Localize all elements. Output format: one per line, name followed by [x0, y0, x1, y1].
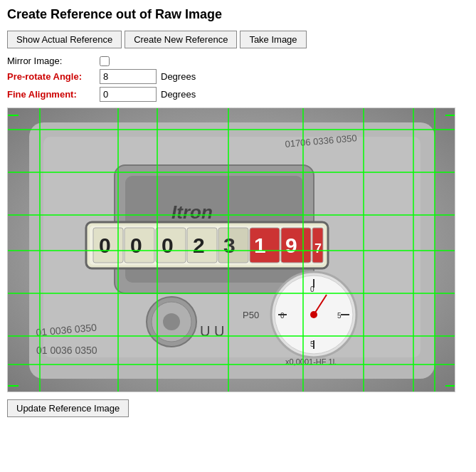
settings-panel: Mirror Image: Pre-rotate Angle: Degrees … — [7, 56, 469, 102]
take-image-button[interactable]: Take Image — [240, 31, 306, 48]
update-reference-button[interactable]: Update Reference Image — [7, 399, 129, 417]
svg-text:7: 7 — [314, 241, 322, 256]
meter-image-svg: Itron 0 0 0 2 3 1 9 7 0 5 5 0 — [8, 108, 455, 392]
create-reference-button[interactable]: Create New Reference — [125, 31, 237, 48]
prerotate-unit: Degrees — [161, 71, 196, 82]
prerotate-input[interactable] — [100, 69, 157, 84]
svg-text:2: 2 — [193, 234, 205, 257]
svg-text:01 0036 0350: 01 0036 0350 — [36, 345, 97, 356]
svg-point-43 — [163, 313, 180, 330]
fine-alignment-unit: Degrees — [161, 89, 196, 100]
fine-alignment-input[interactable] — [100, 87, 157, 102]
svg-text:3: 3 — [223, 234, 236, 257]
svg-text:0: 0 — [162, 234, 174, 257]
meter-image-container: Itron 0 0 0 2 3 1 9 7 0 5 5 0 — [7, 107, 455, 392]
svg-text:0: 0 — [99, 234, 111, 257]
svg-text:Itron: Itron — [171, 201, 213, 223]
svg-text:0: 0 — [310, 285, 314, 293]
svg-text:9: 9 — [285, 234, 297, 257]
prerotate-row: Pre-rotate Angle: Degrees — [7, 69, 469, 84]
svg-text:0: 0 — [130, 234, 142, 257]
svg-text:5: 5 — [337, 312, 342, 320]
svg-text:5: 5 — [310, 340, 314, 348]
bottom-bar: Update Reference Image — [7, 399, 469, 417]
prerotate-label: Pre-rotate Angle: — [7, 71, 100, 82]
page-title: Create Reference out of Raw Image — [7, 7, 469, 22]
show-reference-button[interactable]: Show Actual Reference — [7, 31, 122, 48]
mirror-image-label: Mirror Image: — [7, 56, 100, 66]
mirror-image-checkbox[interactable] — [100, 56, 110, 66]
svg-text:0: 0 — [280, 312, 285, 320]
svg-text:P50: P50 — [243, 310, 259, 320]
fine-alignment-row: Fine Alignment: Degrees — [7, 87, 469, 102]
svg-point-35 — [310, 311, 317, 318]
mirror-image-row: Mirror Image: — [7, 56, 469, 66]
toolbar: Show Actual Reference Create New Referen… — [7, 31, 469, 48]
svg-text:1: 1 — [254, 234, 266, 257]
fine-alignment-label: Fine Alignment: — [7, 89, 100, 100]
